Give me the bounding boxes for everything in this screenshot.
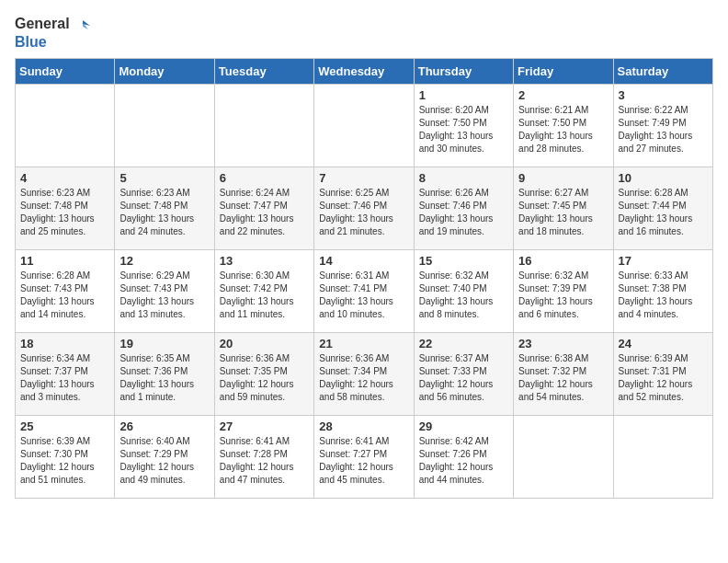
calendar-cell: 14Sunrise: 6:31 AM Sunset: 7:41 PM Dayli…: [314, 249, 414, 332]
day-info: Sunrise: 6:41 AM Sunset: 7:27 PM Dayligh…: [319, 435, 408, 487]
day-number: 23: [518, 337, 608, 350]
day-info: Sunrise: 6:34 AM Sunset: 7:37 PM Dayligh…: [20, 352, 109, 404]
calendar-cell: 6Sunrise: 6:24 AM Sunset: 7:47 PM Daylig…: [214, 167, 313, 249]
weekday-header: Sunday: [16, 58, 115, 84]
logo: General Blue: [15, 15, 90, 51]
day-info: Sunrise: 6:33 AM Sunset: 7:38 PM Dayligh…: [619, 270, 708, 321]
calendar-cell: 20Sunrise: 6:36 AM Sunset: 7:35 PM Dayli…: [214, 332, 313, 415]
day-number: 6: [220, 171, 309, 185]
weekday-header: Tuesday: [214, 58, 313, 84]
calendar-cell: 26Sunrise: 6:40 AM Sunset: 7:29 PM Dayli…: [115, 415, 214, 498]
calendar-week-row: 25Sunrise: 6:39 AM Sunset: 7:30 PM Dayli…: [16, 415, 713, 498]
day-info: Sunrise: 6:42 AM Sunset: 7:26 PM Dayligh…: [419, 435, 508, 487]
day-number: 2: [518, 88, 608, 102]
day-info: Sunrise: 6:32 AM Sunset: 7:39 PM Dayligh…: [518, 270, 608, 321]
day-number: 25: [20, 419, 109, 433]
weekday-header: Saturday: [613, 58, 712, 84]
calendar-week-row: 18Sunrise: 6:34 AM Sunset: 7:37 PM Dayli…: [16, 332, 713, 415]
weekday-header: Thursday: [414, 58, 513, 84]
calendar-cell: 29Sunrise: 6:42 AM Sunset: 7:26 PM Dayli…: [414, 415, 513, 498]
calendar-cell: [613, 415, 712, 498]
calendar-cell: [514, 415, 613, 498]
day-number: 12: [119, 254, 209, 268]
calendar-cell: 15Sunrise: 6:32 AM Sunset: 7:40 PM Dayli…: [414, 249, 513, 332]
calendar-table: SundayMondayTuesdayWednesdayThursdayFrid…: [15, 58, 713, 499]
calendar-cell: [314, 84, 414, 167]
calendar-cell: 9Sunrise: 6:27 AM Sunset: 7:45 PM Daylig…: [514, 167, 613, 249]
day-number: 19: [119, 337, 209, 350]
day-number: 16: [518, 254, 608, 268]
calendar-cell: 17Sunrise: 6:33 AM Sunset: 7:38 PM Dayli…: [613, 249, 712, 332]
day-info: Sunrise: 6:25 AM Sunset: 7:46 PM Dayligh…: [319, 187, 408, 238]
calendar-week-row: 11Sunrise: 6:28 AM Sunset: 7:43 PM Dayli…: [16, 249, 713, 332]
day-number: 9: [518, 171, 608, 185]
day-number: 26: [119, 419, 209, 433]
calendar-cell: 7Sunrise: 6:25 AM Sunset: 7:46 PM Daylig…: [314, 167, 414, 249]
day-info: Sunrise: 6:39 AM Sunset: 7:31 PM Dayligh…: [619, 352, 708, 404]
day-info: Sunrise: 6:28 AM Sunset: 7:44 PM Dayligh…: [619, 187, 708, 238]
calendar-cell: 21Sunrise: 6:36 AM Sunset: 7:34 PM Dayli…: [314, 332, 414, 415]
day-info: Sunrise: 6:36 AM Sunset: 7:34 PM Dayligh…: [319, 352, 408, 404]
logo-text: General Blue: [15, 15, 90, 51]
day-number: 3: [619, 88, 708, 102]
calendar-header-row: SundayMondayTuesdayWednesdayThursdayFrid…: [16, 58, 713, 84]
logo-bird-icon: [74, 17, 90, 33]
calendar-cell: 18Sunrise: 6:34 AM Sunset: 7:37 PM Dayli…: [16, 332, 115, 415]
calendar-cell: 16Sunrise: 6:32 AM Sunset: 7:39 PM Dayli…: [514, 249, 613, 332]
day-number: 15: [419, 254, 508, 268]
calendar-cell: 5Sunrise: 6:23 AM Sunset: 7:48 PM Daylig…: [115, 167, 214, 249]
day-number: 11: [20, 254, 109, 268]
day-info: Sunrise: 6:41 AM Sunset: 7:28 PM Dayligh…: [220, 435, 309, 487]
calendar-cell: 11Sunrise: 6:28 AM Sunset: 7:43 PM Dayli…: [16, 249, 115, 332]
day-number: 21: [319, 337, 408, 350]
day-number: 22: [419, 337, 508, 350]
day-info: Sunrise: 6:21 AM Sunset: 7:50 PM Dayligh…: [518, 104, 608, 155]
day-number: 14: [319, 254, 408, 268]
calendar-cell: 10Sunrise: 6:28 AM Sunset: 7:44 PM Dayli…: [613, 167, 712, 249]
weekday-header: Friday: [514, 58, 613, 84]
calendar-cell: 19Sunrise: 6:35 AM Sunset: 7:36 PM Dayli…: [115, 332, 214, 415]
page-header: General Blue: [15, 15, 713, 51]
calendar-cell: 4Sunrise: 6:23 AM Sunset: 7:48 PM Daylig…: [16, 167, 115, 249]
day-info: Sunrise: 6:32 AM Sunset: 7:40 PM Dayligh…: [419, 270, 508, 321]
day-info: Sunrise: 6:28 AM Sunset: 7:43 PM Dayligh…: [20, 270, 109, 321]
day-info: Sunrise: 6:20 AM Sunset: 7:50 PM Dayligh…: [419, 104, 508, 155]
weekday-header: Monday: [115, 58, 214, 84]
calendar-week-row: 1Sunrise: 6:20 AM Sunset: 7:50 PM Daylig…: [16, 84, 713, 167]
calendar-cell: 28Sunrise: 6:41 AM Sunset: 7:27 PM Dayli…: [314, 415, 414, 498]
day-info: Sunrise: 6:24 AM Sunset: 7:47 PM Dayligh…: [220, 187, 309, 238]
day-number: 13: [220, 254, 309, 268]
day-number: 17: [619, 254, 708, 268]
day-info: Sunrise: 6:39 AM Sunset: 7:30 PM Dayligh…: [20, 435, 109, 487]
calendar-cell: 1Sunrise: 6:20 AM Sunset: 7:50 PM Daylig…: [414, 84, 513, 167]
day-number: 1: [419, 88, 508, 102]
calendar-cell: 2Sunrise: 6:21 AM Sunset: 7:50 PM Daylig…: [514, 84, 613, 167]
day-info: Sunrise: 6:26 AM Sunset: 7:46 PM Dayligh…: [419, 187, 508, 238]
calendar-cell: 3Sunrise: 6:22 AM Sunset: 7:49 PM Daylig…: [613, 84, 712, 167]
day-number: 10: [619, 171, 708, 185]
day-info: Sunrise: 6:40 AM Sunset: 7:29 PM Dayligh…: [119, 435, 209, 487]
day-number: 4: [20, 171, 109, 185]
calendar-cell: [214, 84, 313, 167]
day-number: 5: [119, 171, 209, 185]
day-info: Sunrise: 6:23 AM Sunset: 7:48 PM Dayligh…: [119, 187, 209, 238]
day-number: 8: [419, 171, 508, 185]
day-number: 27: [220, 419, 309, 433]
day-info: Sunrise: 6:36 AM Sunset: 7:35 PM Dayligh…: [220, 352, 309, 404]
day-info: Sunrise: 6:37 AM Sunset: 7:33 PM Dayligh…: [419, 352, 508, 404]
day-number: 29: [419, 419, 508, 433]
calendar-week-row: 4Sunrise: 6:23 AM Sunset: 7:48 PM Daylig…: [16, 167, 713, 249]
calendar-cell: 22Sunrise: 6:37 AM Sunset: 7:33 PM Dayli…: [414, 332, 513, 415]
calendar-cell: [115, 84, 214, 167]
day-number: 18: [20, 337, 109, 350]
calendar-cell: 12Sunrise: 6:29 AM Sunset: 7:43 PM Dayli…: [115, 249, 214, 332]
day-number: 24: [619, 337, 708, 350]
day-number: 7: [319, 171, 408, 185]
weekday-header: Wednesday: [314, 58, 414, 84]
day-info: Sunrise: 6:22 AM Sunset: 7:49 PM Dayligh…: [619, 104, 708, 155]
calendar-cell: 23Sunrise: 6:38 AM Sunset: 7:32 PM Dayli…: [514, 332, 613, 415]
day-info: Sunrise: 6:30 AM Sunset: 7:42 PM Dayligh…: [220, 270, 309, 321]
calendar-cell: 8Sunrise: 6:26 AM Sunset: 7:46 PM Daylig…: [414, 167, 513, 249]
day-info: Sunrise: 6:38 AM Sunset: 7:32 PM Dayligh…: [518, 352, 608, 404]
day-info: Sunrise: 6:31 AM Sunset: 7:41 PM Dayligh…: [319, 270, 408, 321]
